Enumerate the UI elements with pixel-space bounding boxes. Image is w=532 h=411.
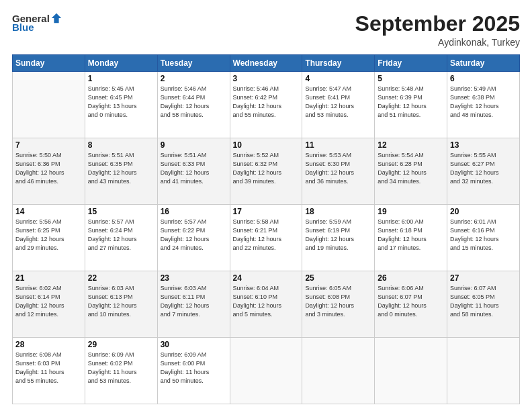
- table-row: [447, 338, 520, 404]
- table-row: 28Sunrise: 6:08 AM Sunset: 6:03 PM Dayli…: [13, 338, 85, 404]
- table-row: 6Sunrise: 5:49 AM Sunset: 6:38 PM Daylig…: [447, 72, 520, 138]
- table-row: 11Sunrise: 5:53 AM Sunset: 6:30 PM Dayli…: [302, 138, 375, 205]
- day-info: Sunrise: 6:01 AM Sunset: 6:16 PM Dayligh…: [450, 218, 517, 253]
- day-info: Sunrise: 6:09 AM Sunset: 6:02 PM Dayligh…: [88, 351, 154, 385]
- table-row: 29Sunrise: 6:09 AM Sunset: 6:02 PM Dayli…: [85, 338, 157, 404]
- table-row: 17Sunrise: 5:58 AM Sunset: 6:21 PM Dayli…: [230, 205, 302, 271]
- table-row: 20Sunrise: 6:01 AM Sunset: 6:16 PM Dayli…: [447, 205, 520, 271]
- day-number: 21: [15, 273, 82, 283]
- day-number: 26: [378, 273, 444, 283]
- table-row: [375, 338, 447, 404]
- day-info: Sunrise: 6:08 AM Sunset: 6:03 PM Dayligh…: [15, 351, 82, 385]
- month-title: September 2025: [355, 12, 520, 36]
- day-info: Sunrise: 5:57 AM Sunset: 6:24 PM Dayligh…: [88, 218, 154, 253]
- day-number: 6: [450, 74, 517, 83]
- day-info: Sunrise: 5:45 AM Sunset: 6:45 PM Dayligh…: [88, 85, 154, 120]
- table-row: 13Sunrise: 5:55 AM Sunset: 6:27 PM Dayli…: [447, 138, 520, 205]
- table-row: 30Sunrise: 6:09 AM Sunset: 6:00 PM Dayli…: [157, 338, 230, 404]
- day-number: 12: [378, 140, 444, 150]
- col-saturday: Saturday: [447, 55, 520, 72]
- table-row: 7Sunrise: 5:50 AM Sunset: 6:36 PM Daylig…: [13, 138, 85, 205]
- day-info: Sunrise: 5:53 AM Sunset: 6:30 PM Dayligh…: [305, 151, 371, 186]
- table-row: 21Sunrise: 6:02 AM Sunset: 6:14 PM Dayli…: [13, 271, 85, 338]
- day-info: Sunrise: 5:59 AM Sunset: 6:19 PM Dayligh…: [305, 218, 371, 253]
- day-number: 11: [305, 140, 371, 150]
- day-info: Sunrise: 5:51 AM Sunset: 6:35 PM Dayligh…: [88, 151, 154, 186]
- day-info: Sunrise: 5:46 AM Sunset: 6:44 PM Dayligh…: [161, 85, 227, 120]
- day-number: 28: [15, 340, 82, 349]
- day-number: 22: [88, 273, 154, 283]
- calendar-week-row: 7Sunrise: 5:50 AM Sunset: 6:36 PM Daylig…: [13, 138, 520, 205]
- col-wednesday: Wednesday: [230, 55, 302, 72]
- col-tuesday: Tuesday: [157, 55, 230, 72]
- calendar-header-row: Sunday Monday Tuesday Wednesday Thursday…: [13, 55, 520, 72]
- day-info: Sunrise: 5:46 AM Sunset: 6:42 PM Dayligh…: [233, 85, 300, 120]
- day-info: Sunrise: 6:09 AM Sunset: 6:00 PM Dayligh…: [161, 351, 227, 385]
- table-row: 9Sunrise: 5:51 AM Sunset: 6:33 PM Daylig…: [157, 138, 230, 205]
- table-row: [302, 338, 375, 404]
- logo-icon: [50, 12, 62, 24]
- day-number: 24: [233, 273, 300, 283]
- table-row: [13, 72, 85, 138]
- day-number: 1: [88, 74, 154, 83]
- day-number: 23: [161, 273, 227, 283]
- day-info: Sunrise: 6:05 AM Sunset: 6:08 PM Dayligh…: [305, 284, 371, 319]
- col-friday: Friday: [375, 55, 447, 72]
- day-number: 14: [15, 207, 82, 216]
- table-row: 18Sunrise: 5:59 AM Sunset: 6:19 PM Dayli…: [302, 205, 375, 271]
- day-info: Sunrise: 5:54 AM Sunset: 6:28 PM Dayligh…: [378, 151, 444, 186]
- day-info: Sunrise: 5:56 AM Sunset: 6:25 PM Dayligh…: [15, 218, 82, 253]
- table-row: 3Sunrise: 5:46 AM Sunset: 6:42 PM Daylig…: [230, 72, 302, 138]
- table-row: 23Sunrise: 6:03 AM Sunset: 6:11 PM Dayli…: [157, 271, 230, 338]
- table-row: 22Sunrise: 6:03 AM Sunset: 6:13 PM Dayli…: [85, 271, 157, 338]
- day-number: 2: [161, 74, 227, 83]
- day-number: 19: [378, 207, 444, 216]
- col-thursday: Thursday: [302, 55, 375, 72]
- day-info: Sunrise: 6:02 AM Sunset: 6:14 PM Dayligh…: [15, 284, 82, 319]
- col-sunday: Sunday: [13, 55, 85, 72]
- calendar-week-row: 1Sunrise: 5:45 AM Sunset: 6:45 PM Daylig…: [13, 72, 520, 138]
- day-info: Sunrise: 6:04 AM Sunset: 6:10 PM Dayligh…: [233, 284, 300, 319]
- day-number: 16: [161, 207, 227, 216]
- day-number: 25: [305, 273, 371, 283]
- calendar-week-row: 28Sunrise: 6:08 AM Sunset: 6:03 PM Dayli…: [13, 338, 520, 404]
- location: Aydinkonak, Turkey: [355, 37, 520, 48]
- day-info: Sunrise: 6:00 AM Sunset: 6:18 PM Dayligh…: [378, 218, 444, 253]
- day-info: Sunrise: 5:50 AM Sunset: 6:36 PM Dayligh…: [15, 151, 82, 186]
- table-row: 4Sunrise: 5:47 AM Sunset: 6:41 PM Daylig…: [302, 72, 375, 138]
- table-row: 8Sunrise: 5:51 AM Sunset: 6:35 PM Daylig…: [85, 138, 157, 205]
- day-number: 13: [450, 140, 517, 150]
- table-row: 25Sunrise: 6:05 AM Sunset: 6:08 PM Dayli…: [302, 271, 375, 338]
- table-row: 19Sunrise: 6:00 AM Sunset: 6:18 PM Dayli…: [375, 205, 447, 271]
- day-number: 29: [88, 340, 154, 349]
- day-info: Sunrise: 5:49 AM Sunset: 6:38 PM Dayligh…: [450, 85, 517, 120]
- day-number: 10: [233, 140, 300, 150]
- day-info: Sunrise: 5:47 AM Sunset: 6:41 PM Dayligh…: [305, 85, 371, 120]
- header: General Blue September 2025 Aydinkonak, …: [12, 12, 520, 48]
- day-number: 20: [450, 207, 517, 216]
- logo-blue: Blue: [12, 21, 34, 33]
- col-monday: Monday: [85, 55, 157, 72]
- day-number: 5: [378, 74, 444, 83]
- day-number: 27: [450, 273, 517, 283]
- day-info: Sunrise: 5:55 AM Sunset: 6:27 PM Dayligh…: [450, 151, 517, 186]
- day-number: 8: [88, 140, 154, 150]
- table-row: 5Sunrise: 5:48 AM Sunset: 6:39 PM Daylig…: [375, 72, 447, 138]
- table-row: 24Sunrise: 6:04 AM Sunset: 6:10 PM Dayli…: [230, 271, 302, 338]
- svg-marker-0: [52, 13, 61, 23]
- calendar-week-row: 14Sunrise: 5:56 AM Sunset: 6:25 PM Dayli…: [13, 205, 520, 271]
- logo: General Blue: [12, 12, 62, 33]
- day-number: 4: [305, 74, 371, 83]
- table-row: 15Sunrise: 5:57 AM Sunset: 6:24 PM Dayli…: [85, 205, 157, 271]
- table-row: 16Sunrise: 5:57 AM Sunset: 6:22 PM Dayli…: [157, 205, 230, 271]
- day-info: Sunrise: 5:51 AM Sunset: 6:33 PM Dayligh…: [161, 151, 227, 186]
- calendar-week-row: 21Sunrise: 6:02 AM Sunset: 6:14 PM Dayli…: [13, 271, 520, 338]
- day-info: Sunrise: 5:58 AM Sunset: 6:21 PM Dayligh…: [233, 218, 300, 253]
- day-number: 3: [233, 74, 300, 83]
- day-number: 30: [161, 340, 227, 349]
- day-number: 9: [161, 140, 227, 150]
- day-info: Sunrise: 5:57 AM Sunset: 6:22 PM Dayligh…: [161, 218, 227, 253]
- table-row: 26Sunrise: 6:06 AM Sunset: 6:07 PM Dayli…: [375, 271, 447, 338]
- day-number: 18: [305, 207, 371, 216]
- table-row: 1Sunrise: 5:45 AM Sunset: 6:45 PM Daylig…: [85, 72, 157, 138]
